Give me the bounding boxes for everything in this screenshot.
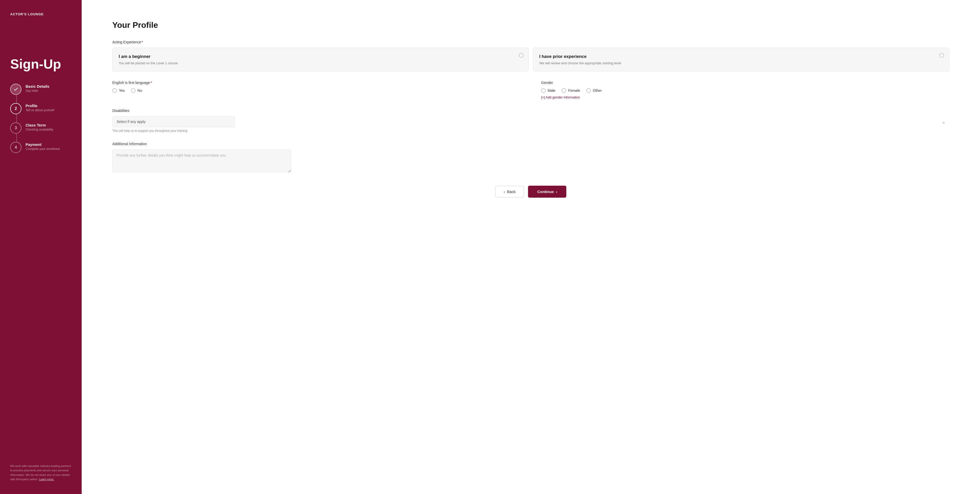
english-language-label: English is first language* [112,81,520,85]
step-4: 4 Payment Complete your enrolment [10,142,72,153]
disabilities-section: Disabilities Select if any apply None Vi… [112,109,950,133]
gender-other-option[interactable]: Other [586,88,602,93]
gender-female-option[interactable]: Female [562,88,580,93]
sidebar-footer: We work with reputable industry-leading … [10,464,72,482]
beginner-card-subtitle: You will be placed on the Level 1 course [119,61,522,65]
step-connector-1 [16,95,17,103]
additional-info-textarea[interactable] [112,149,291,172]
learn-more-link[interactable]: Learn more. [39,478,54,481]
experienced-card[interactable]: I have prior experience We will review a… [533,48,950,71]
step-4-label: Payment [25,142,60,147]
gender-male-radio[interactable] [541,88,546,93]
acting-experience-section: Acting Experience* I am a beginner You w… [112,40,950,71]
step-2-label: Profile [25,103,54,108]
beginner-card-radio[interactable] [519,53,523,58]
disabilities-select-wrapper: Select if any apply None Visual impairme… [112,116,950,127]
english-yes-option[interactable]: Yes [112,88,125,93]
english-yes-radio[interactable] [112,88,117,93]
english-radio-group: Yes No [112,88,520,93]
continue-button[interactable]: Continue › [528,186,566,198]
step-1-circle [10,84,21,95]
beginner-card-title: I am a beginner [119,54,522,59]
disabilities-help-text: This will help us to support you through… [112,129,950,133]
english-no-radio[interactable] [131,88,135,93]
step-3-circle: 3 [10,122,21,133]
step-3: 3 Class Term Checking availability [10,122,72,133]
gender-other-radio[interactable] [586,88,591,93]
back-chevron-icon: ‹ [504,189,505,194]
english-gender-row: English is first language* Yes No Gender… [112,81,950,109]
gender-female-radio[interactable] [562,88,566,93]
main-content: Your Profile Acting Experience* I am a b… [82,0,980,494]
steps-nav: Basic Details Say hello 2 Profile Tell u… [10,84,72,464]
step-4-circle: 4 [10,142,21,153]
button-row: ‹ Back Continue › [112,186,950,198]
step-2-circle: 2 [10,103,21,114]
english-language-section: English is first language* Yes No [112,81,520,100]
continue-chevron-icon: › [556,189,557,194]
gender-label: Gender [541,81,950,85]
experienced-card-subtitle: We will review and choose the appropriat… [539,61,943,65]
english-no-option[interactable]: No [131,88,142,93]
experienced-card-title: I have prior experience [539,54,943,59]
step-3-sublabel: Checking availability [25,128,53,131]
additional-info-label: Additional Information [112,142,950,146]
step-3-label: Class Term [25,123,53,127]
step-4-sublabel: Complete your enrolment [25,147,60,151]
page-title: Your Profile [112,21,950,30]
acting-experience-label: Acting Experience* [112,40,950,44]
step-2: 2 Profile Tell us about yourself [10,103,72,114]
additional-info-section: Additional Information [112,142,950,173]
sidebar: ACTOR'S LOUNGE Sign-Up Basic Details Say… [0,0,82,494]
sidebar-title: Sign-Up [10,57,72,71]
gender-male-option[interactable]: Male [541,88,555,93]
step-2-sublabel: Tell us about yourself [25,108,54,112]
beginner-card[interactable]: I am a beginner You will be placed on th… [112,48,529,71]
step-connector-3 [16,133,17,142]
gender-radio-group: Male Female Other [541,88,950,93]
add-gender-link[interactable]: [+] Add gender information [541,95,580,99]
back-button[interactable]: ‹ Back [495,186,524,198]
gender-section: Gender Male Female Other [+] Add gender … [541,81,950,100]
step-1: Basic Details Say hello [10,84,72,95]
experienced-card-radio[interactable] [939,53,944,58]
step-1-label: Basic Details [25,84,49,89]
select-chevron-icon: ⌄ [942,119,945,124]
step-1-sublabel: Say hello [25,89,49,92]
disabilities-label: Disabilities [112,109,950,113]
disabilities-select[interactable]: Select if any apply None Visual impairme… [112,116,235,127]
experience-cards: I am a beginner You will be placed on th… [112,48,950,71]
step-connector-2 [16,114,17,122]
sidebar-logo: ACTOR'S LOUNGE [10,12,72,16]
